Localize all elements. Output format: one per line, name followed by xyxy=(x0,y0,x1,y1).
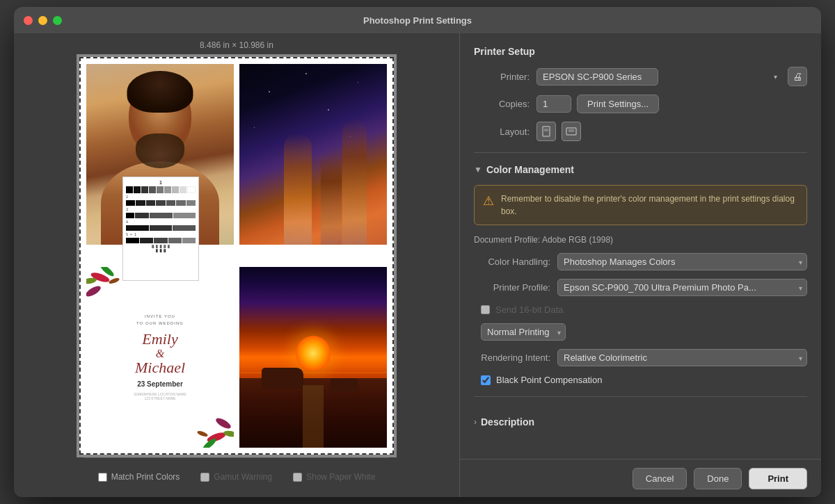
show-paper-white-input[interactable] xyxy=(293,473,302,482)
section-divider-1 xyxy=(474,152,807,153)
black-point-label: Black Point Compensation xyxy=(496,375,602,385)
action-bar: Cancel Done Print xyxy=(460,459,821,497)
printer-label: Printer: xyxy=(474,72,530,82)
test-chart: 1 xyxy=(122,177,199,281)
svg-rect-10 xyxy=(543,127,550,136)
description-title: Description xyxy=(481,416,534,428)
window-controls xyxy=(24,16,62,25)
cancel-button[interactable]: Cancel xyxy=(633,468,687,489)
paper-container: 1 xyxy=(77,54,397,457)
color-handling-row: Color Handling: Photoshop Manages Colors… xyxy=(474,253,807,270)
black-point-row: Black Point Compensation xyxy=(474,375,807,385)
bottom-bar: Match Print Colors Gamut Warning Show Pa… xyxy=(84,457,390,496)
warning-text: Remember to disable the printer's color … xyxy=(501,193,798,218)
layout-label: Layout: xyxy=(474,127,530,137)
title-bar: Photoshop Print Settings xyxy=(14,7,821,33)
color-handling-label: Color Handling: xyxy=(474,257,550,267)
printer-profile-row: Printer Profile: Epson SC-P900_700 Ultra… xyxy=(474,279,807,296)
warning-box: ⚠ Remember to disable the printer's colo… xyxy=(474,185,807,225)
description-section: › Description xyxy=(474,408,807,428)
color-handling-wrapper: Photoshop Manages Colors Printer Manages… xyxy=(557,253,807,270)
rendering-intent-label: Rendering Intent: xyxy=(474,352,550,363)
printer-row: Printer: EPSON SC-P900 Series 🖨 xyxy=(474,67,807,86)
rendering-intent-select[interactable]: Relative Colorimetric Perceptual Saturat… xyxy=(557,349,807,366)
show-paper-white-checkbox[interactable]: Show Paper White xyxy=(293,472,375,482)
layout-row: Layout: xyxy=(474,122,807,141)
paper: 1 xyxy=(79,57,394,455)
match-print-colors-checkbox[interactable]: Match Print Colors xyxy=(98,472,180,482)
match-print-colors-label: Match Print Colors xyxy=(111,472,180,482)
gamut-warning-input[interactable] xyxy=(200,473,209,482)
settings-scroll: Printer Setup Printer: EPSON SC-P900 Ser… xyxy=(460,33,821,459)
warning-icon: ⚠ xyxy=(483,193,494,209)
printer-profile-select[interactable]: Epson SC-P900_700 Ultra Premium Photo Pa… xyxy=(557,279,807,296)
document-profile: Document Profile: Adobe RGB (1998) xyxy=(474,235,807,245)
invite-card: INVITE YOU TO OUR WEDDING Emily & Michae… xyxy=(86,267,234,448)
size-label: 8.486 in × 10.986 in xyxy=(200,40,273,50)
printer-profile-label: Printer Profile: xyxy=(474,282,550,293)
color-management-chevron: ▼ xyxy=(474,165,482,174)
description-chevron: › xyxy=(474,417,477,427)
layout-control-area xyxy=(536,122,807,141)
send16bit-label: Send 16-bit Data xyxy=(495,304,564,315)
window-title: Photoshop Print Settings xyxy=(363,15,472,26)
rendering-intent-row: Rendering Intent: Relative Colorimetric … xyxy=(474,349,807,366)
preview-panel: 8.486 in × 10.986 in xyxy=(14,33,459,497)
layout-landscape-button[interactable] xyxy=(562,122,581,141)
done-button[interactable]: Done xyxy=(694,468,742,489)
gamut-warning-label: Gamut Warning xyxy=(214,472,272,482)
show-paper-white-label: Show Paper White xyxy=(306,472,375,482)
print-button[interactable]: Print xyxy=(749,468,807,489)
maximize-button[interactable] xyxy=(53,16,62,25)
match-print-colors-input[interactable] xyxy=(98,473,107,482)
settings-panel: Printer Setup Printer: EPSON SC-P900 Ser… xyxy=(459,33,821,497)
normal-printing-select[interactable]: Normal Printing Hard Proofing xyxy=(481,323,566,341)
color-management-header: ▼ Color Management xyxy=(474,164,807,175)
send16bit-row: Send 16-bit Data xyxy=(474,304,807,315)
copies-control-area: Print Settings... xyxy=(536,95,807,113)
normal-printing-wrapper: Normal Printing Hard Proofing xyxy=(481,323,566,341)
rendering-intent-wrapper: Relative Colorimetric Perceptual Saturat… xyxy=(557,349,807,366)
printer-control-area: EPSON SC-P900 Series 🖨 xyxy=(536,67,807,86)
space-photo xyxy=(239,64,387,245)
copies-row: Copies: Print Settings... xyxy=(474,95,807,113)
printer-select-wrapper: EPSON SC-P900 Series xyxy=(536,68,782,86)
print-settings-button[interactable]: Print Settings... xyxy=(577,95,659,113)
desert-photo xyxy=(239,267,387,448)
copies-label: Copies: xyxy=(474,99,530,109)
printer-icon-button[interactable]: 🖨 xyxy=(788,67,807,86)
main-content: 8.486 in × 10.986 in xyxy=(14,33,821,497)
minimize-button[interactable] xyxy=(38,16,47,25)
copies-input[interactable] xyxy=(536,95,571,113)
gamut-warning-checkbox[interactable]: Gamut Warning xyxy=(200,472,272,482)
normal-printing-row: Normal Printing Hard Proofing xyxy=(474,323,807,341)
layout-portrait-button[interactable] xyxy=(536,122,556,141)
printer-select[interactable]: EPSON SC-P900 Series xyxy=(536,68,658,86)
dialog: Photoshop Print Settings 8.486 in × 10.9… xyxy=(14,7,821,497)
section-divider-2 xyxy=(474,396,807,397)
close-button[interactable] xyxy=(24,16,33,25)
printer-setup-title: Printer Setup xyxy=(474,46,807,57)
black-point-checkbox[interactable] xyxy=(481,375,491,385)
printer-profile-wrapper: Epson SC-P900_700 Ultra Premium Photo Pa… xyxy=(557,279,807,296)
color-handling-select[interactable]: Photoshop Manages Colors Printer Manages… xyxy=(557,253,807,270)
send16bit-checkbox[interactable] xyxy=(481,305,490,314)
color-management-title: Color Management xyxy=(486,164,574,175)
